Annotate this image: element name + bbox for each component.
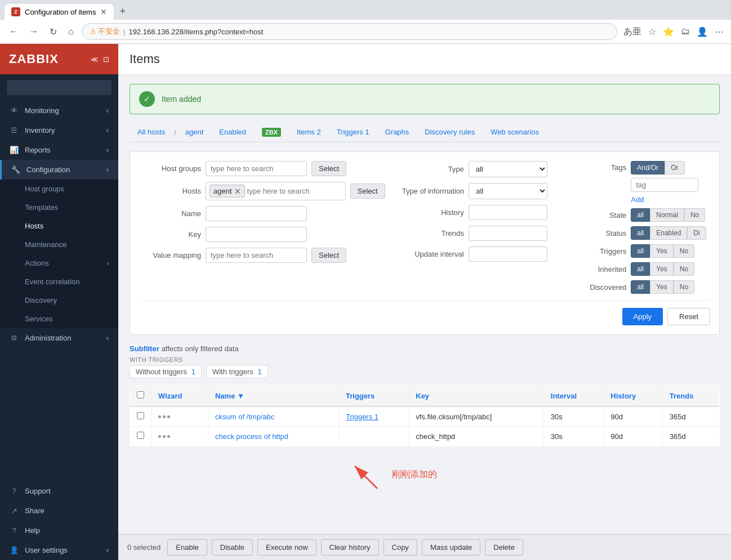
sidebar-item-maintenance[interactable]: Maintenance	[0, 235, 118, 254]
status-enabled-btn[interactable]: Enabled	[650, 226, 687, 240]
triggers-all-btn[interactable]: all	[631, 244, 650, 258]
inherited-yes-btn[interactable]: Yes	[650, 262, 674, 276]
value-mapping-input[interactable]	[206, 248, 307, 263]
tag-search-input[interactable]	[631, 178, 698, 192]
sidebar-item-actions[interactable]: Actions ›	[0, 254, 118, 272]
tags-or-btn[interactable]: Or	[665, 161, 684, 174]
tab-discovery-rules[interactable]: Discovery rules	[417, 123, 483, 142]
row2-check[interactable]	[137, 432, 144, 439]
tab-close-btn[interactable]: ✕	[100, 7, 107, 16]
wizard-dot	[163, 435, 166, 438]
sidebar-item-monitoring[interactable]: 👁 Monitoring ∨	[0, 101, 118, 120]
sidebar-item-host-groups[interactable]: Host groups	[0, 180, 118, 198]
state-no-btn[interactable]: No	[684, 208, 705, 222]
tab-graphs[interactable]: Graphs	[377, 123, 417, 142]
back-btn[interactable]: ←	[6, 25, 21, 38]
hosts-search-input[interactable]	[247, 187, 342, 195]
inherited-no-btn[interactable]: No	[674, 262, 694, 276]
discovered-yes-btn[interactable]: Yes	[650, 280, 674, 294]
sidebar-item-inventory[interactable]: ☰ Inventory ∨	[0, 120, 118, 140]
triggers-no-btn[interactable]: No	[674, 244, 694, 258]
th-name[interactable]: Name ▼	[208, 386, 338, 407]
without-triggers-chip[interactable]: Without triggers 1	[130, 365, 202, 378]
item1-link[interactable]: cksum of /tmp/abc	[215, 413, 274, 421]
tab-agent[interactable]: agent	[177, 123, 212, 142]
sidebar-item-services[interactable]: Services	[0, 310, 118, 328]
tab-zbx[interactable]: ZBX	[254, 123, 289, 142]
forward-btn[interactable]: →	[26, 25, 42, 38]
collapse-icon[interactable]: ≪	[91, 55, 99, 64]
copy-btn[interactable]: Copy	[384, 539, 417, 555]
key-field: Key	[139, 227, 385, 242]
sidebar-item-reports[interactable]: 📊 Reports ∨	[0, 140, 118, 160]
expand-icon[interactable]: ⊡	[103, 55, 109, 64]
sidebar-item-templates[interactable]: Templates	[0, 198, 118, 217]
item2-link[interactable]: check process of httpd	[215, 432, 288, 441]
tab-web-scenarios[interactable]: Web scenarios	[483, 123, 547, 142]
host-groups-input[interactable]	[206, 161, 307, 176]
enable-btn[interactable]: Enable	[167, 539, 207, 555]
sidebar-item-hosts[interactable]: Hosts	[0, 217, 118, 235]
triggers-yes-btn[interactable]: Yes	[650, 244, 674, 258]
sidebar-item-event-correlation[interactable]: Event correlation	[0, 272, 118, 291]
inherited-all-btn[interactable]: all	[631, 262, 650, 276]
browser-tab-active[interactable]: Z Configuration of items ✕	[5, 4, 114, 20]
update-interval-input[interactable]	[469, 247, 547, 262]
tab-all-hosts[interactable]: All hosts	[130, 123, 173, 142]
sidebar-item-user-settings[interactable]: 👤 User settings ∨	[0, 540, 118, 560]
add-tag-link[interactable]: Add	[631, 195, 698, 204]
hosts-select-btn[interactable]: Select	[350, 183, 385, 199]
state-normal-btn[interactable]: Normal	[650, 208, 684, 222]
tag-chip-remove[interactable]: ✕	[234, 187, 241, 195]
tab-triggers[interactable]: Triggers 1	[329, 123, 377, 142]
sidebar-item-share[interactable]: ↗ Share	[0, 501, 118, 521]
status-disabled-btn[interactable]: Di	[687, 226, 706, 240]
discovered-all-btn[interactable]: all	[631, 280, 650, 294]
new-tab-btn[interactable]: +	[115, 3, 130, 20]
collections-btn[interactable]: 🗂	[679, 25, 692, 38]
select-all-checkbox[interactable]	[137, 391, 144, 398]
history-input[interactable]	[469, 205, 547, 220]
discovered-no-btn[interactable]: No	[674, 280, 694, 294]
triggers-filter-field: Triggers all Yes No	[564, 244, 706, 258]
agent-tag-chip[interactable]: agent ✕	[210, 185, 245, 198]
with-triggers-chip[interactable]: With triggers 1	[206, 365, 268, 378]
type-info-select[interactable]: all	[469, 183, 547, 199]
search-input[interactable]	[7, 80, 112, 95]
sidebar-item-configuration[interactable]: 🔧 Configuration ∧	[0, 160, 118, 180]
sidebar-item-support[interactable]: ? Support	[0, 481, 118, 501]
tags-and-or-btn[interactable]: And/Or	[631, 161, 665, 174]
settings-btn[interactable]: ⋯	[713, 25, 725, 39]
triggers1-link[interactable]: Triggers 1	[346, 413, 378, 421]
trends-input[interactable]	[469, 226, 547, 241]
value-mapping-select-btn[interactable]: Select	[311, 248, 346, 263]
profile-btn[interactable]: 👤	[695, 25, 710, 39]
tab-items[interactable]: Items 2	[289, 123, 329, 142]
sidebar-item-help[interactable]: ? Help	[0, 521, 118, 540]
name-input[interactable]	[206, 206, 307, 221]
home-btn[interactable]: ⌂	[65, 25, 77, 38]
bookmark-btn[interactable]: ☆	[647, 25, 658, 39]
sidebar-item-administration[interactable]: ⚙ Administration ∨	[0, 328, 118, 348]
key-input[interactable]	[206, 227, 307, 242]
tab-enabled[interactable]: Enabled	[211, 123, 254, 142]
hosts-input-area[interactable]: agent ✕	[206, 182, 346, 200]
key-label: Key	[139, 230, 201, 239]
reader-mode-btn[interactable]: あ亜	[622, 24, 643, 39]
clear-history-btn[interactable]: Clear history	[321, 539, 379, 555]
mass-update-btn[interactable]: Mass update	[422, 539, 480, 555]
host-groups-select-btn[interactable]: Select	[311, 161, 346, 176]
apply-btn[interactable]: Apply	[622, 308, 663, 325]
address-bar[interactable]: ⚠ 不安全 | 192.168.136.228/items.php?contex…	[82, 23, 617, 40]
state-all-btn[interactable]: all	[631, 208, 650, 222]
row1-check[interactable]	[137, 412, 144, 419]
status-all-btn[interactable]: all	[631, 226, 650, 240]
execute-now-btn[interactable]: Execute now	[257, 539, 316, 555]
favorites-btn[interactable]: ⭐	[661, 25, 676, 39]
disable-btn[interactable]: Disable	[212, 539, 253, 555]
reload-btn[interactable]: ↻	[46, 25, 60, 39]
reset-btn[interactable]: Reset	[667, 308, 710, 325]
delete-btn[interactable]: Delete	[485, 539, 523, 555]
type-select[interactable]: all	[469, 161, 547, 177]
sidebar-item-discovery[interactable]: Discovery	[0, 291, 118, 310]
